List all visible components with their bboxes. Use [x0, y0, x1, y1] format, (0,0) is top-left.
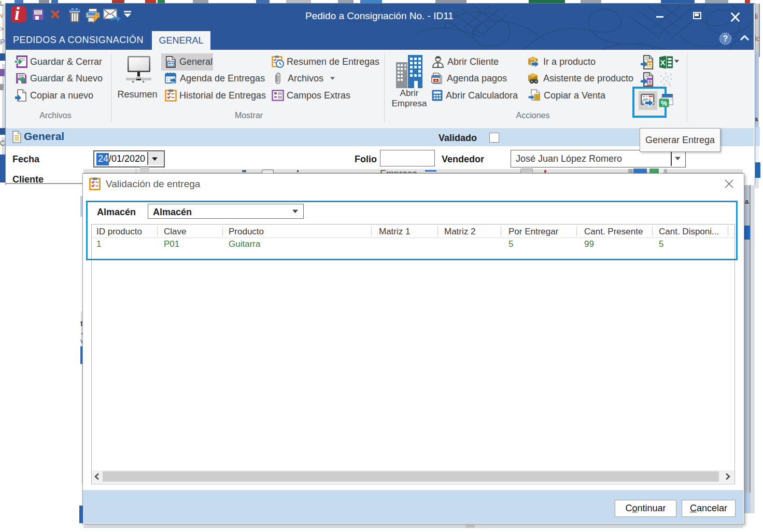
svg-text:%: %	[661, 99, 668, 107]
svg-text:X: X	[660, 58, 665, 67]
svg-text:?: ?	[723, 34, 728, 43]
